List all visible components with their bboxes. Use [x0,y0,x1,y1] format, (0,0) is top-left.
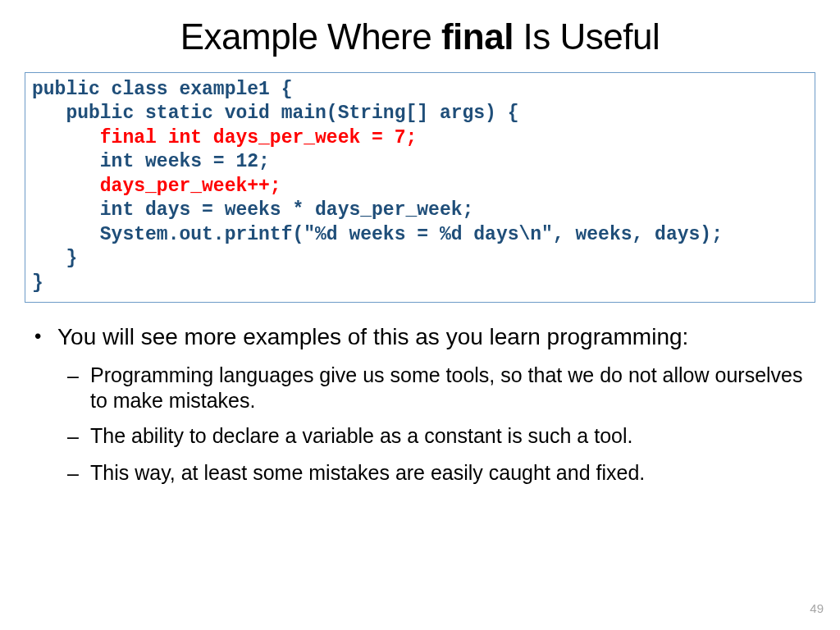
code-line-5: days_per_week++; [32,176,281,197]
title-bold: final [441,16,514,57]
bullet-dash-icon: – [67,460,90,486]
bullet-sub1-text: Programming languages give us some tools… [90,363,815,414]
code-line-1: public class example1 { [32,79,292,100]
slide-title: Example Where final Is Useful [25,16,815,57]
code-line-7: System.out.printf("%d weeks = %d days\n"… [32,224,723,245]
code-line-4: int weeks = 12; [32,151,270,172]
bullet-list: • You will see more examples of this as … [25,322,815,486]
page-number: 49 [810,601,824,615]
bullet-level2: – This way, at least some mistakes are e… [67,460,815,486]
bullet-level2: – The ability to declare a variable as a… [67,423,815,450]
code-line-2: public static void main(String[] args) { [32,103,519,124]
code-line-6: int days = weeks * days_per_week; [32,199,473,221]
code-line-9: } [32,272,43,294]
code-block: public class example1 { public static vo… [25,72,815,303]
bullet-dash-icon: – [67,363,90,414]
bullet-sub3-text: This way, at least some mistakes are eas… [90,460,645,486]
bullet-dash-icon: – [67,423,90,450]
bullet-main-text: You will see more examples of this as yo… [57,322,688,351]
code-line-8: } [32,248,77,269]
code-line-3: final int days_per_week = 7; [32,127,417,148]
bullet-dot-icon: • [34,322,57,351]
slide-content: Example Where final Is Useful public cla… [0,0,840,521]
bullet-sub2-text: The ability to declare a variable as a c… [90,423,632,450]
title-pre: Example Where [180,16,441,57]
bullet-level1: • You will see more examples of this as … [34,322,815,351]
bullet-level2: – Programming languages give us some too… [67,363,815,414]
title-post: Is Useful [514,16,660,57]
